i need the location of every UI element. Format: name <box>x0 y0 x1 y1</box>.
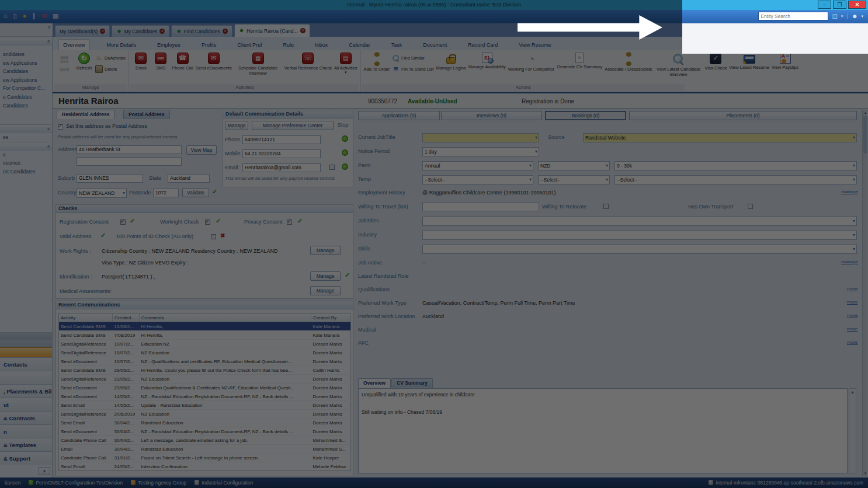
sidebar-item[interactable]: Candidates <box>0 67 52 76</box>
registration-consent-checkbox[interactable] <box>120 219 126 225</box>
sidebar-more-button[interactable]: ▼ <box>39 467 50 475</box>
tab-interviews[interactable]: Interviews (0) <box>441 111 542 120</box>
action-small-button[interactable]: Pin To Static List <box>391 65 435 74</box>
nav-item-collapsed[interactable] <box>0 340 52 347</box>
delete-button[interactable]: Delete <box>94 65 127 74</box>
table-row[interactable]: SendDigitalReference 10/07/2... Educatio… <box>59 340 351 348</box>
ribbon-tab[interactable]: Employee <box>153 40 185 50</box>
table-row[interactable]: Send Candidate SMS 29/05/2... Hi Henrita… <box>59 366 351 375</box>
country-select[interactable]: NEW ZEALAND <box>77 189 127 198</box>
close-tab-icon[interactable]: ✕ <box>223 29 228 34</box>
action-button[interactable]: Working For Competitor <box>507 51 555 83</box>
collapse-chevron-icon[interactable]: » <box>45 145 51 148</box>
document-tab[interactable]: ☻ My Candidates ✕ <box>112 25 169 37</box>
table-row[interactable]: Candidate Phone Call 31/01/2... Found on… <box>59 454 351 462</box>
temp-range-select[interactable]: --Select-- <box>614 175 857 184</box>
ribbon-tab[interactable]: Profile <box>197 40 221 50</box>
action-button[interactable]: Visa Check <box>703 51 728 83</box>
sidebar-item[interactable]: Candidates <box>0 102 52 110</box>
table-row[interactable]: Candidate Phone Call 30/04/2... Left a m… <box>59 436 351 445</box>
table-row[interactable]: SendDigitalReference 2/05/2019 NZ Educat… <box>59 410 351 419</box>
mobile-input[interactable]: 64 21 02220284 <box>242 149 321 158</box>
perm-frequency-select[interactable]: Annual <box>422 161 533 170</box>
table-row[interactable]: Email 30/04/2... Randstad Education Moha… <box>59 445 351 454</box>
tab-cv-summary[interactable]: CV Summary <box>391 378 433 388</box>
email-stop-checkbox[interactable] <box>329 165 335 170</box>
nav-item[interactable]: , Placements & Bil <box>0 384 52 398</box>
close-tab-icon[interactable]: ✕ <box>300 28 305 33</box>
division-item[interactable]: PermCNSLT-Configuration-TestDivision <box>29 480 123 486</box>
nav-item[interactable]: & Support <box>0 451 52 465</box>
pause-icon[interactable]: ∥ <box>32 12 36 20</box>
ribbon-tab[interactable]: More Details <box>103 40 141 50</box>
document-tab[interactable]: ☻ My Dashboard(s) ✕ <box>55 25 110 37</box>
more-medical-link[interactable]: more <box>847 326 857 332</box>
privacy-consent-checkbox[interactable] <box>287 219 292 225</box>
ribbon-tab[interactable]: Inbox <box>311 40 332 50</box>
agency-group-item[interactable]: Testing Agency Group <box>131 480 186 486</box>
scroll-up-icon[interactable]: ▲ <box>863 110 868 116</box>
action-button[interactable]: View Latest Candidate Interview <box>653 51 703 83</box>
close-tab-icon[interactable]: ✕ <box>100 29 105 34</box>
tab-placements[interactable]: Placements (0) <box>629 111 857 120</box>
manage-comm-button[interactable]: Manage <box>225 121 248 130</box>
save-button[interactable]: Save <box>54 51 74 83</box>
sidebar-section-header[interactable]: » <box>0 124 52 133</box>
nav-item-selected[interactable] <box>0 347 52 357</box>
ribbon-tab[interactable]: Task <box>387 40 407 50</box>
manage-job-active-link[interactable]: manage <box>841 259 858 264</box>
temp-currency-select[interactable]: --Select-- <box>538 175 610 184</box>
ribbon-tab[interactable]: View Resume <box>515 40 555 50</box>
manage-identification-button[interactable]: Manage <box>310 271 341 281</box>
collapse-chevron-icon[interactable]: » <box>45 128 51 131</box>
table-row[interactable]: Send Email 24/05/2... Interview Confirma… <box>59 462 351 471</box>
column-header[interactable]: Activity <box>59 313 113 322</box>
sidebar-item[interactable]: For Competitor C... <box>0 84 52 93</box>
ribbon-tab[interactable]: Calendar <box>345 40 374 50</box>
phone-input[interactable]: 64099714121 <box>242 135 321 144</box>
current-job-title-select[interactable] <box>422 133 539 142</box>
manage-medical-button[interactable]: Manage <box>310 286 341 295</box>
sidebar-item[interactable]: andidates <box>0 50 52 59</box>
sidebar-item[interactable]: es <box>0 133 52 142</box>
ribbon-tab[interactable]: Document <box>419 40 451 50</box>
activity-button[interactable]: Schedule Candidate Interview ▼ <box>233 51 283 83</box>
activity-button[interactable]: Send eDocuments ▼ <box>195 51 233 83</box>
address-input[interactable]: 48 Heatherbank St <box>77 145 182 154</box>
close-button[interactable]: ✕ <box>848 1 866 9</box>
validate-button[interactable]: Validate <box>182 188 209 197</box>
willing-to-relocate-checkbox[interactable] <box>603 204 609 209</box>
deactivate-button[interactable]: DeActivate <box>94 54 127 62</box>
email-input[interactable]: Henritarairoa@gmail.com <box>242 163 321 172</box>
has-own-transport-checkbox[interactable] <box>748 204 753 209</box>
entity-search-input[interactable] <box>758 12 828 20</box>
nav-item[interactable]: ut <box>0 398 52 411</box>
tab-overview-summary[interactable]: Overview <box>358 378 391 388</box>
action-button[interactable]: Manage Logins <box>435 51 467 83</box>
grid-icon[interactable]: ▦ <box>53 12 58 20</box>
table-row[interactable]: Send Email 30/04/2... Randstad Education… <box>59 419 351 427</box>
activity-button[interactable]: SMS ▼ <box>151 51 171 83</box>
table-row[interactable]: Send eDocument 10/07/2... NZ - Qualifica… <box>59 357 351 366</box>
tab-residential-address[interactable]: Residential Address <box>57 110 114 119</box>
ribbon-tab[interactable]: Record Card <box>464 40 502 50</box>
tab-bookings[interactable]: Bookings (0) <box>545 111 626 120</box>
manage-preference-center-button[interactable]: Manage Preference Center <box>252 121 334 130</box>
table-row[interactable]: Send eDocument 14/05/2... NZ - Randstad … <box>59 392 351 401</box>
sidebar-item[interactable]: ew Applications <box>0 59 52 68</box>
activity-button[interactable]: Phone Call ▼ <box>171 51 195 83</box>
sidebar-item[interactable]: e Candidates <box>0 93 52 102</box>
skills-select[interactable] <box>422 245 857 254</box>
perm-range-select[interactable]: 0 - 30k <box>614 161 857 170</box>
nav-item[interactable] <box>0 371 52 384</box>
view-map-button[interactable]: View Map <box>186 145 217 155</box>
status-dot-icon[interactable]: ● <box>23 12 27 20</box>
jobtitles-select[interactable] <box>422 217 857 226</box>
overview-scrollbar[interactable]: ▲ <box>849 388 856 473</box>
activity-button[interactable]: All Activities ▼ <box>333 51 359 83</box>
table-row[interactable]: Send eDocument 23/05/2... Education Qual… <box>59 384 351 392</box>
close-tab-icon[interactable]: ✕ <box>159 29 165 34</box>
id-points-checkbox[interactable] <box>211 234 216 239</box>
address2-input[interactable] <box>77 157 182 166</box>
vertical-scrollbar[interactable]: ▲ ▼ <box>862 110 867 476</box>
